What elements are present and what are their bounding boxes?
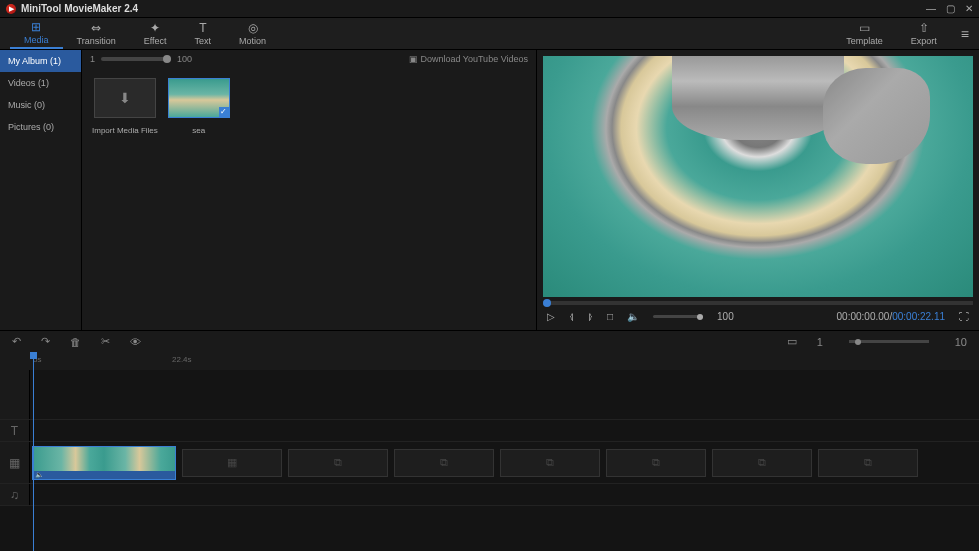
- export-icon: ⇧: [919, 21, 929, 35]
- preview-scrubber[interactable]: [543, 301, 973, 305]
- tl-zoom-value: 1: [817, 336, 823, 348]
- tab-motion[interactable]: ◎ Motion: [225, 18, 280, 49]
- redo-button[interactable]: ↷: [41, 335, 50, 348]
- menu-button[interactable]: ≡: [961, 26, 969, 42]
- motion-icon: ◎: [248, 21, 258, 35]
- text-track[interactable]: T: [0, 420, 979, 442]
- template-button[interactable]: ▭ Template: [832, 18, 897, 49]
- undo-button[interactable]: ↶: [12, 335, 21, 348]
- time-display: 00:00:00.00/00:00:22.11: [837, 311, 945, 322]
- fit-button[interactable]: ▭: [787, 335, 797, 348]
- zoom-min-label: 1: [90, 54, 95, 64]
- media-panel: 1 100 ▣ Download YouTube Videos ⬇ Import…: [82, 50, 537, 330]
- import-media-tile[interactable]: ⬇ Import Media Files: [92, 78, 158, 135]
- transition-slot-icon: ⧉: [334, 456, 342, 469]
- media-clip-sea[interactable]: sea: [168, 78, 230, 135]
- tab-transition[interactable]: ⇔ Transition: [63, 18, 130, 49]
- next-frame-button[interactable]: ⦊: [588, 311, 593, 322]
- empty-slot[interactable]: ⧉: [288, 449, 388, 477]
- playhead[interactable]: [33, 352, 34, 551]
- thumbnail-zoom-slider[interactable]: [101, 57, 171, 61]
- transition-slot-icon: ⧉: [652, 456, 660, 469]
- transition-slot-icon: ⧉: [440, 456, 448, 469]
- transition-slot-icon: ⧉: [864, 456, 872, 469]
- fullscreen-button[interactable]: ⛶: [959, 311, 969, 322]
- effect-icon: ✦: [150, 21, 160, 35]
- empty-slot[interactable]: ⧉: [394, 449, 494, 477]
- export-button[interactable]: ⇧ Export: [897, 18, 951, 49]
- tab-media[interactable]: ⊞ Media: [10, 18, 63, 49]
- maximize-button[interactable]: ▢: [946, 3, 955, 14]
- timeline-zoom-slider[interactable]: [849, 340, 929, 343]
- camera-icon: ▣: [409, 54, 421, 64]
- minimize-button[interactable]: —: [926, 3, 936, 14]
- sidebar-item-pictures[interactable]: Pictures (0): [0, 116, 81, 138]
- title-bar: ▶ MiniTool MovieMaker 2.4 — ▢ ✕: [0, 0, 979, 18]
- sidebar-item-videos[interactable]: Videos (1): [0, 72, 81, 94]
- volume-slider[interactable]: [653, 315, 703, 318]
- text-icon: T: [199, 21, 206, 35]
- sidebar-item-myalbum[interactable]: My Album (1): [0, 50, 81, 72]
- empty-slot[interactable]: ⧉: [712, 449, 812, 477]
- app-logo-icon: ▶: [6, 4, 16, 14]
- transition-slot-icon: ⧉: [546, 456, 554, 469]
- transition-slot-icon: ⧉: [758, 456, 766, 469]
- stop-button[interactable]: □: [607, 311, 613, 322]
- media-icon: ⊞: [31, 20, 41, 34]
- app-title: MiniTool MovieMaker 2.4: [21, 3, 138, 14]
- play-button[interactable]: ▷: [547, 311, 555, 322]
- text-track-icon: T: [0, 420, 30, 441]
- timeline-toolbar: ↶ ↷ 🗑 ✂ 👁 ▭ 1 10: [0, 330, 979, 352]
- transition-icon: ⇔: [91, 21, 101, 35]
- template-icon: ▭: [859, 21, 870, 35]
- zoom-value: 100: [177, 54, 192, 64]
- track-spacer: [0, 370, 979, 420]
- empty-slot[interactable]: ⧉: [500, 449, 600, 477]
- tab-effect[interactable]: ✦ Effect: [130, 18, 181, 49]
- audio-track[interactable]: ♫: [0, 484, 979, 506]
- audio-track-icon: ♫: [0, 484, 30, 505]
- tl-zoom-max: 10: [955, 336, 967, 348]
- empty-slot[interactable]: ⧉: [606, 449, 706, 477]
- import-icon: ⬇: [94, 78, 156, 118]
- volume-icon[interactable]: 🔈: [627, 311, 639, 322]
- sidebar-item-music[interactable]: Music (0): [0, 94, 81, 116]
- preview-panel: ▷ ⦉ ⦊ □ 🔈 100 00:00:00.00/00:00:22.11 ⛶: [537, 50, 979, 330]
- clip-audio-icon: 🔈: [33, 471, 175, 479]
- film-icon: ▦: [227, 456, 237, 469]
- empty-slot[interactable]: ⧉: [818, 449, 918, 477]
- empty-slot[interactable]: ▦: [182, 449, 282, 477]
- split-button[interactable]: ✂: [101, 335, 110, 348]
- sidebar: My Album (1) Videos (1) Music (0) Pictur…: [0, 50, 82, 330]
- timeline-ruler[interactable]: 0s 22.4s: [0, 352, 979, 370]
- clip-thumbnail: [168, 78, 230, 118]
- main-toolbar: ⊞ Media ⇔ Transition ✦ Effect T Text ◎ M…: [0, 18, 979, 50]
- video-track[interactable]: ▦ 🔈 ▦ ⧉ ⧉ ⧉ ⧉ ⧉ ⧉: [0, 442, 979, 484]
- preview-video[interactable]: [543, 56, 973, 297]
- tab-text[interactable]: T Text: [181, 18, 226, 49]
- video-track-icon: ▦: [0, 442, 30, 483]
- timeline: 0s 22.4s T ▦ 🔈 ▦ ⧉ ⧉ ⧉ ⧉ ⧉ ⧉ ♫: [0, 352, 979, 551]
- delete-button[interactable]: 🗑: [70, 336, 81, 348]
- download-youtube-link[interactable]: ▣ Download YouTube Videos: [409, 54, 528, 64]
- timeline-clip-sea[interactable]: 🔈: [32, 446, 176, 480]
- prev-frame-button[interactable]: ⦉: [569, 311, 574, 322]
- volume-value: 100: [717, 311, 734, 322]
- close-button[interactable]: ✕: [965, 3, 973, 14]
- preview-button[interactable]: 👁: [130, 336, 141, 348]
